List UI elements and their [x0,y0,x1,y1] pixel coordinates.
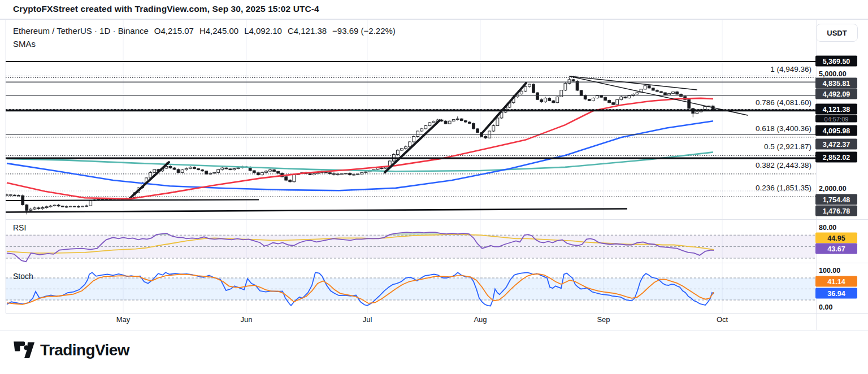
stoch-axis-label: 41.14 [815,276,857,287]
time-axis-month-label: Sep [597,315,610,324]
time-axis-month-label: Jun [241,315,253,324]
ohlc-close: C4,121.38 [288,26,327,36]
stoch-axis-label: 100.00 [815,265,857,276]
fib-level-label: 1 (4,949.36) [770,64,811,73]
tradingview-logo-text: TradingView [40,341,129,359]
symbol-legend[interactable]: Ethereum / TetherUS · 1D · BinanceO4,215… [13,26,401,36]
fib-level-label: 0.618 (3,400.36) [756,124,811,132]
price-axis-label: 4,835.81 [815,78,857,89]
rsi-axis-label: 80.00 [815,222,857,233]
chart-canvas[interactable] [0,19,868,330]
currency-toggle-button[interactable]: USDT [816,24,858,42]
price-axis-label: 4,121.38 [815,104,857,115]
time-axis-month-label: Oct [717,315,728,324]
price-axis-label: 1,476.78 [815,206,857,216]
price-axis-label: 04:57:09 [815,115,857,123]
time-axis-month-label: May [116,315,131,324]
smas-indicator-legend[interactable]: SMAs [13,39,36,49]
price-axis-label: 4,492.09 [815,89,857,99]
symbol-title: Ethereum / TetherUS · 1D · Binance [13,26,149,36]
ohlc-high: H4,245.00 [199,26,238,36]
tradingview-logo[interactable]: TradingView [13,340,129,360]
fib-level-label: 0.786 (4,081.60) [756,98,811,106]
fib-level-label: 0.236 (1,851.35) [756,184,811,192]
ohlc-low: L4,092.10 [244,26,282,36]
rsi-indicator-legend[interactable]: RSI [13,223,26,232]
fib-level-label: 0.382 (2,443.38) [756,160,811,169]
ohlc-change: −93.69 (−2.22%) [332,26,396,36]
fib-level-label: 0.5 (2,921.87) [764,142,811,151]
time-axis-month-label: Aug [474,315,487,324]
header-attribution: CryptoFXStreet created with TradingView.… [13,4,319,14]
stoch-axis-label: 36.94 [815,288,857,299]
price-axis-label: 4,095.98 [815,125,857,136]
price-axis-label: 1,754.48 [815,194,857,205]
rsi-axis-label: 43.67 [815,243,857,254]
time-axis-month-label: Jul [363,315,372,324]
price-axis-label: 3,472.37 [815,139,857,150]
chart-widget [0,19,868,330]
price-axis-label: 2,852.02 [815,152,857,163]
ohlc-open: O4,215.07 [154,26,194,36]
stoch-indicator-legend[interactable]: Stoch [13,272,33,281]
rsi-axis-label: 44.95 [815,233,857,243]
tradingview-logo-icon [13,340,34,360]
price-axis-label: 2,000.00 [815,183,857,194]
price-axis-label: 5,369.50 [815,56,857,67]
stoch-axis-label: 0.00 [815,302,857,312]
